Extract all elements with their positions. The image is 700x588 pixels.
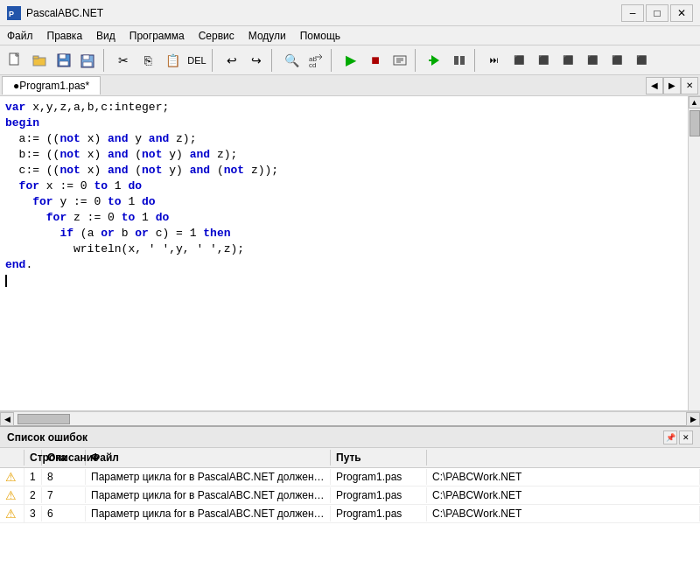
error-panel: Список ошибок 📌 ✕ Строка Описание Файл П… bbox=[0, 425, 700, 588]
tab-scroll-left[interactable]: ◀ bbox=[646, 77, 663, 94]
maximize-button[interactable]: □ bbox=[646, 4, 668, 22]
tool5-button[interactable]: ⬛ bbox=[581, 49, 604, 72]
error-file-cell: Program1.pas bbox=[331, 469, 427, 485]
error-row[interactable]: ⚠ 3 6 Параметр цикла for в PascalABC.NET… bbox=[0, 505, 700, 523]
open-button[interactable] bbox=[28, 49, 51, 72]
error-desc-cell: Параметр цикла for в PascalABC.NET долже… bbox=[86, 469, 331, 485]
tool1-button[interactable]: ⏭ bbox=[483, 49, 506, 72]
sep6 bbox=[474, 49, 480, 72]
find-button[interactable]: 🔍 bbox=[280, 49, 303, 72]
scroll-up[interactable]: ▲ bbox=[689, 96, 701, 108]
error-table-header: Строка Описание Файл Путь bbox=[0, 448, 700, 468]
error-icon-cell: ⚠ bbox=[0, 486, 24, 504]
col-file: Файл bbox=[86, 450, 331, 466]
menu-file[interactable]: Файл bbox=[0, 28, 40, 44]
menu-service[interactable]: Сервис bbox=[192, 28, 242, 44]
tabbar-right: ◀ ▶ ✕ bbox=[646, 77, 698, 94]
tool4-button[interactable]: ⬛ bbox=[556, 49, 579, 72]
error-file-cell: Program1.pas bbox=[331, 506, 427, 522]
tab-program1[interactable]: ●Program1.pas* bbox=[2, 76, 101, 94]
svg-text:P: P bbox=[9, 10, 14, 18]
error-header-buttons: 📌 ✕ bbox=[663, 430, 693, 444]
warning-icon: ⚠ bbox=[5, 488, 17, 502]
col-desc: Описание bbox=[42, 450, 86, 466]
hscroll-right[interactable]: ▶ bbox=[686, 412, 700, 426]
error-row[interactable]: ⚠ 2 7 Параметр цикла for в PascalABC.NET… bbox=[0, 486, 700, 505]
error-num-cell: 2 bbox=[24, 487, 42, 503]
error-rows: ⚠ 1 8 Параметр цикла for в PascalABC.NET… bbox=[0, 468, 700, 588]
svg-rect-24 bbox=[454, 56, 458, 65]
paste-button[interactable]: 📋 bbox=[161, 49, 184, 72]
editor-content[interactable]: var x,y,z,a,b,c:integer;begin a:= ((not … bbox=[0, 96, 688, 410]
menu-edit[interactable]: Правка bbox=[40, 28, 90, 44]
tool3-button[interactable]: ⬛ bbox=[532, 49, 555, 72]
sep4 bbox=[331, 49, 336, 72]
svg-rect-12 bbox=[83, 62, 92, 66]
tool7-button[interactable]: ⬛ bbox=[630, 49, 653, 72]
run-button[interactable]: ▶ bbox=[340, 49, 362, 72]
menu-view[interactable]: Вид bbox=[89, 28, 122, 44]
redo-button[interactable]: ↪ bbox=[245, 49, 268, 72]
compile-button[interactable] bbox=[388, 49, 411, 72]
hscroll-left[interactable]: ◀ bbox=[0, 412, 14, 426]
replace-button[interactable]: abcd bbox=[304, 49, 327, 72]
svg-rect-25 bbox=[460, 56, 465, 65]
toolbar: ✂ ⎘ 📋 DEL ↩ ↪ 🔍 abcd ▶ ■ ⏭ ⬛ ⬛ ⬛ ⬛ ⬛ ⬛ bbox=[0, 46, 700, 75]
error-close-button[interactable]: ✕ bbox=[679, 430, 693, 444]
error-num-cell: 3 bbox=[24, 506, 42, 522]
svg-rect-11 bbox=[83, 55, 89, 60]
col-line: Строка bbox=[24, 450, 42, 466]
close-button[interactable]: ✕ bbox=[670, 4, 693, 22]
menu-program[interactable]: Программа bbox=[122, 28, 192, 44]
tool6-button[interactable]: ⬛ bbox=[606, 49, 628, 72]
titlebar: P PascalABC.NET – □ ✕ bbox=[0, 0, 700, 26]
app-title: PascalABC.NET bbox=[26, 7, 103, 19]
sep2 bbox=[212, 49, 217, 72]
warning-icon: ⚠ bbox=[5, 470, 17, 484]
error-line-cell: 8 bbox=[42, 469, 86, 485]
menu-modules[interactable]: Модули bbox=[242, 28, 293, 44]
new-button[interactable] bbox=[4, 49, 26, 72]
debug2-button[interactable] bbox=[448, 49, 471, 72]
tab-close[interactable]: ✕ bbox=[681, 77, 698, 94]
tool2-button[interactable]: ⬛ bbox=[508, 49, 530, 72]
svg-marker-22 bbox=[431, 55, 439, 66]
tab-scroll-right[interactable]: ▶ bbox=[663, 77, 681, 94]
error-panel-title: Список ошибок bbox=[7, 431, 88, 444]
undo-button[interactable]: ↩ bbox=[220, 49, 243, 72]
editor-container: var x,y,z,a,b,c:integer;begin a:= ((not … bbox=[0, 96, 700, 411]
error-path-cell: C:\PABCWork.NET bbox=[427, 487, 700, 503]
error-icon-cell: ⚠ bbox=[0, 468, 24, 486]
save-all-button[interactable] bbox=[77, 49, 100, 72]
delete-button[interactable]: DEL bbox=[186, 49, 208, 72]
svg-rect-8 bbox=[60, 54, 66, 59]
error-row[interactable]: ⚠ 1 8 Параметр цикла for в PascalABC.NET… bbox=[0, 468, 700, 486]
titlebar-left: P PascalABC.NET bbox=[7, 6, 103, 20]
tabbar-left: ●Program1.pas* bbox=[2, 76, 102, 94]
error-header: Список ошибок 📌 ✕ bbox=[0, 427, 700, 448]
save-button[interactable] bbox=[52, 49, 75, 72]
col-icon bbox=[0, 450, 24, 466]
svg-rect-9 bbox=[60, 61, 68, 66]
hscroll-track[interactable] bbox=[14, 413, 686, 425]
vertical-scrollbar[interactable]: ▲ bbox=[688, 96, 700, 410]
hscroll-thumb[interactable] bbox=[18, 414, 70, 424]
warning-icon: ⚠ bbox=[5, 507, 17, 521]
error-line-cell: 6 bbox=[42, 506, 86, 522]
error-num-cell: 1 bbox=[24, 469, 42, 485]
debug1-button[interactable] bbox=[424, 49, 446, 72]
sep3 bbox=[271, 49, 276, 72]
sep1 bbox=[103, 49, 108, 72]
error-pin-button[interactable]: 📌 bbox=[663, 430, 677, 444]
error-line-cell: 7 bbox=[42, 487, 86, 503]
error-path-cell: C:\PABCWork.NET bbox=[427, 506, 700, 522]
error-path-cell: C:\PABCWork.NET bbox=[427, 469, 700, 485]
minimize-button[interactable]: – bbox=[621, 4, 644, 22]
menu-help[interactable]: Помощь bbox=[293, 28, 347, 44]
svg-text:cd: cd bbox=[309, 61, 316, 68]
copy-button[interactable]: ⎘ bbox=[136, 49, 159, 72]
stop-button[interactable]: ■ bbox=[364, 49, 387, 72]
error-desc-cell: Параметр цикла for в PascalABC.NET долже… bbox=[86, 506, 331, 522]
cut-button[interactable]: ✂ bbox=[112, 49, 135, 72]
scroll-thumb[interactable] bbox=[690, 110, 700, 136]
